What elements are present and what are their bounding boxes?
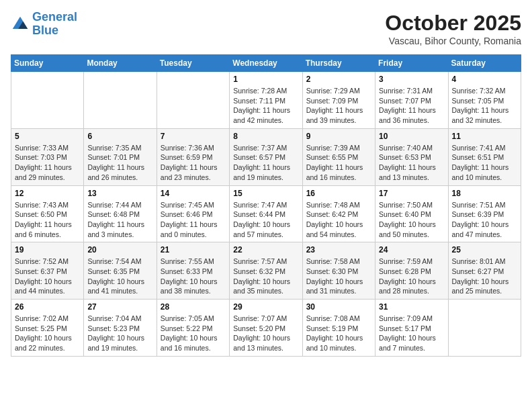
day-info: Sunrise: 7:41 AM Sunset: 6:51 PM Dayligh…	[452, 143, 517, 183]
day-number: 22	[233, 245, 298, 255]
day-info: Sunrise: 7:36 AM Sunset: 6:59 PM Dayligh…	[161, 143, 226, 183]
calendar-cell: 24Sunrise: 7:59 AM Sunset: 6:28 PM Dayli…	[375, 242, 448, 300]
day-number: 11	[452, 132, 517, 141]
day-number: 2	[306, 75, 371, 84]
day-number: 25	[452, 245, 517, 255]
month-title: October 2025	[385, 11, 521, 36]
calendar-cell: 28Sunrise: 7:05 AM Sunset: 5:22 PM Dayli…	[157, 300, 229, 357]
day-number: 16	[306, 189, 371, 198]
day-info: Sunrise: 7:04 AM Sunset: 5:23 PM Dayligh…	[87, 314, 152, 353]
day-number: 21	[161, 245, 226, 255]
day-number: 6	[87, 132, 152, 141]
day-number: 10	[379, 132, 444, 141]
day-info: Sunrise: 7:35 AM Sunset: 7:01 PM Dayligh…	[87, 143, 152, 183]
calendar-cell: 29Sunrise: 7:07 AM Sunset: 5:20 PM Dayli…	[230, 300, 302, 357]
day-info: Sunrise: 7:54 AM Sunset: 6:35 PM Dayligh…	[87, 257, 152, 296]
day-number: 17	[379, 189, 444, 198]
calendar-body: 1Sunrise: 7:28 AM Sunset: 7:11 PM Daylig…	[11, 72, 521, 357]
day-info: Sunrise: 7:52 AM Sunset: 6:37 PM Dayligh…	[15, 257, 80, 296]
calendar-cell: 17Sunrise: 7:50 AM Sunset: 6:40 PM Dayli…	[375, 185, 448, 242]
day-number: 28	[161, 302, 226, 312]
col-monday: Monday	[84, 55, 157, 72]
calendar-cell: 20Sunrise: 7:54 AM Sunset: 6:35 PM Dayli…	[84, 242, 157, 300]
calendar-cell: 22Sunrise: 7:57 AM Sunset: 6:32 PM Dayli…	[230, 242, 302, 300]
day-info: Sunrise: 7:32 AM Sunset: 7:05 PM Dayligh…	[452, 86, 517, 126]
calendar-cell: 30Sunrise: 7:08 AM Sunset: 5:19 PM Dayli…	[302, 300, 375, 357]
day-number: 23	[306, 245, 371, 255]
calendar-cell: 12Sunrise: 7:43 AM Sunset: 6:50 PM Dayli…	[11, 185, 84, 242]
calendar-cell	[448, 300, 521, 357]
calendar-cell	[11, 72, 84, 129]
calendar-cell: 3Sunrise: 7:31 AM Sunset: 7:07 PM Daylig…	[375, 72, 448, 129]
calendar-cell: 26Sunrise: 7:02 AM Sunset: 5:25 PM Dayli…	[11, 300, 84, 357]
day-number: 18	[452, 189, 517, 198]
day-info: Sunrise: 7:40 AM Sunset: 6:53 PM Dayligh…	[379, 143, 444, 183]
day-info: Sunrise: 7:43 AM Sunset: 6:50 PM Dayligh…	[15, 200, 80, 240]
day-number: 13	[87, 189, 152, 198]
day-info: Sunrise: 7:39 AM Sunset: 6:55 PM Dayligh…	[306, 143, 371, 183]
day-number: 31	[379, 302, 444, 312]
col-wednesday: Wednesday	[230, 55, 302, 72]
day-info: Sunrise: 7:45 AM Sunset: 6:46 PM Dayligh…	[161, 200, 226, 240]
calendar-cell	[84, 72, 157, 129]
calendar-cell: 4Sunrise: 7:32 AM Sunset: 7:05 PM Daylig…	[448, 72, 521, 129]
col-sunday: Sunday	[11, 55, 84, 72]
col-tuesday: Tuesday	[157, 55, 229, 72]
calendar-week-4: 19Sunrise: 7:52 AM Sunset: 6:37 PM Dayli…	[11, 242, 521, 300]
location-subtitle: Vascau, Bihor County, Romania	[385, 36, 521, 46]
calendar-cell: 6Sunrise: 7:35 AM Sunset: 7:01 PM Daylig…	[84, 128, 157, 185]
day-info: Sunrise: 7:59 AM Sunset: 6:28 PM Dayligh…	[379, 257, 444, 296]
day-number: 12	[15, 189, 80, 198]
day-number: 30	[306, 302, 371, 312]
calendar-cell: 5Sunrise: 7:33 AM Sunset: 7:03 PM Daylig…	[11, 128, 84, 185]
calendar-week-2: 5Sunrise: 7:33 AM Sunset: 7:03 PM Daylig…	[11, 128, 521, 185]
calendar-cell: 2Sunrise: 7:29 AM Sunset: 7:09 PM Daylig…	[302, 72, 375, 129]
calendar-cell: 23Sunrise: 7:58 AM Sunset: 6:30 PM Dayli…	[302, 242, 375, 300]
calendar-cell: 19Sunrise: 7:52 AM Sunset: 6:37 PM Dayli…	[11, 242, 84, 300]
calendar-cell: 31Sunrise: 7:09 AM Sunset: 5:17 PM Dayli…	[375, 300, 448, 357]
calendar-cell	[157, 72, 229, 129]
day-info: Sunrise: 7:48 AM Sunset: 6:42 PM Dayligh…	[306, 200, 371, 240]
calendar-cell: 8Sunrise: 7:37 AM Sunset: 6:57 PM Daylig…	[230, 128, 302, 185]
day-number: 7	[161, 132, 226, 141]
logo-line2: Blue	[32, 24, 58, 37]
day-number: 9	[306, 132, 371, 141]
day-info: Sunrise: 7:44 AM Sunset: 6:48 PM Dayligh…	[87, 200, 152, 240]
day-info: Sunrise: 8:01 AM Sunset: 6:27 PM Dayligh…	[452, 257, 517, 296]
day-number: 20	[87, 245, 152, 255]
day-number: 3	[379, 75, 444, 84]
calendar-week-1: 1Sunrise: 7:28 AM Sunset: 7:11 PM Daylig…	[11, 72, 521, 129]
day-number: 29	[233, 302, 298, 312]
calendar-cell: 25Sunrise: 8:01 AM Sunset: 6:27 PM Dayli…	[448, 242, 521, 300]
weekday-row: Sunday Monday Tuesday Wednesday Thursday…	[11, 55, 521, 72]
day-info: Sunrise: 7:50 AM Sunset: 6:40 PM Dayligh…	[379, 200, 444, 240]
day-info: Sunrise: 7:37 AM Sunset: 6:57 PM Dayligh…	[233, 143, 298, 183]
day-info: Sunrise: 7:31 AM Sunset: 7:07 PM Dayligh…	[379, 86, 444, 126]
day-info: Sunrise: 7:57 AM Sunset: 6:32 PM Dayligh…	[233, 257, 298, 296]
day-info: Sunrise: 7:05 AM Sunset: 5:22 PM Dayligh…	[161, 314, 226, 353]
calendar-cell: 27Sunrise: 7:04 AM Sunset: 5:23 PM Dayli…	[84, 300, 157, 357]
col-friday: Friday	[375, 55, 448, 72]
day-info: Sunrise: 7:09 AM Sunset: 5:17 PM Dayligh…	[379, 314, 444, 353]
day-number: 26	[15, 302, 80, 312]
day-number: 1	[233, 75, 298, 84]
day-number: 24	[379, 245, 444, 255]
day-info: Sunrise: 7:07 AM Sunset: 5:20 PM Dayligh…	[233, 314, 298, 353]
calendar-cell: 14Sunrise: 7:45 AM Sunset: 6:46 PM Dayli…	[157, 185, 229, 242]
calendar-cell: 15Sunrise: 7:47 AM Sunset: 6:44 PM Dayli…	[230, 185, 302, 242]
calendar-cell: 11Sunrise: 7:41 AM Sunset: 6:51 PM Dayli…	[448, 128, 521, 185]
day-info: Sunrise: 7:55 AM Sunset: 6:33 PM Dayligh…	[161, 257, 226, 296]
calendar-week-3: 12Sunrise: 7:43 AM Sunset: 6:50 PM Dayli…	[11, 185, 521, 242]
col-thursday: Thursday	[302, 55, 375, 72]
logo-text: General Blue	[32, 11, 77, 38]
col-saturday: Saturday	[448, 55, 521, 72]
logo-icon	[11, 15, 30, 34]
day-number: 5	[15, 132, 80, 141]
title-block: October 2025 Vascau, Bihor County, Roman…	[385, 11, 521, 46]
day-info: Sunrise: 7:47 AM Sunset: 6:44 PM Dayligh…	[233, 200, 298, 240]
calendar-cell: 13Sunrise: 7:44 AM Sunset: 6:48 PM Dayli…	[84, 185, 157, 242]
calendar-cell: 1Sunrise: 7:28 AM Sunset: 7:11 PM Daylig…	[230, 72, 302, 129]
day-info: Sunrise: 7:58 AM Sunset: 6:30 PM Dayligh…	[306, 257, 371, 296]
calendar-cell: 18Sunrise: 7:51 AM Sunset: 6:39 PM Dayli…	[448, 185, 521, 242]
logo: General Blue	[11, 11, 77, 38]
